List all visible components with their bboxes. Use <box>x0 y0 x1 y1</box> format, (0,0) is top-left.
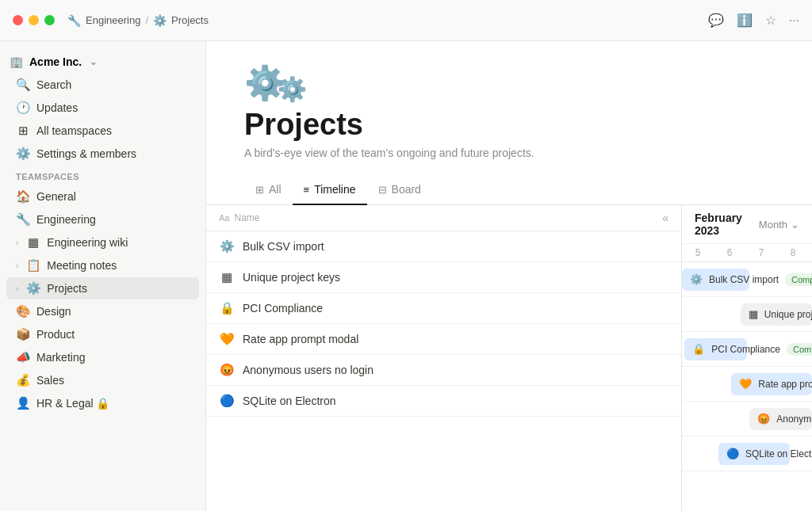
tab-all[interactable]: ⊞ All <box>244 175 293 205</box>
tab-board-icon: ⊟ <box>378 184 387 196</box>
sidebar-marketing-label: Marketing <box>36 351 85 364</box>
clock-icon: 🕐 <box>16 101 30 115</box>
chevron-down-icon: ⌄ <box>791 219 799 231</box>
gantt-bar-rate-app: 🧡 Rate app prompt modal Compl <box>731 373 812 395</box>
unique-keys-icon: ▦ <box>219 270 235 284</box>
gantt-bar-unique-keys: ▦ Unique project keys In flight B <box>741 303 812 326</box>
sidebar-general-label: General <box>36 190 76 203</box>
task-row-rate-app[interactable]: 🧡 Rate app prompt modal <box>206 324 681 355</box>
gantt-row-rate-app[interactable]: 🧡 Rate app prompt modal Compl <box>682 367 812 402</box>
rate-app-icon: 🧡 <box>219 332 235 346</box>
titlebar: 🔧 Engineering / ⚙️ Projects 💬 ℹ️ ☆ ··· <box>0 0 812 41</box>
chevron-right-meeting-icon: › <box>16 261 18 270</box>
sidebar-item-product[interactable]: 📦 Product <box>6 323 199 345</box>
sidebar-item-projects[interactable]: › ⚙️ Projects <box>6 277 199 299</box>
sidebar-item-teamspaces[interactable]: ⊞ All teamspaces <box>6 120 199 142</box>
gantt-day-9: 9 <box>809 247 812 258</box>
search-icon: 🔍 <box>16 78 30 92</box>
task-row-unique-keys[interactable]: ▦ Unique project keys <box>206 262 681 293</box>
sidebar-item-meetingnotes[interactable]: › 📋 Meeting notes <box>6 254 199 276</box>
pci-bar-label: PCI Compliance <box>711 344 780 355</box>
workspace-item[interactable]: 🏢 Acme Inc. ⌄ <box>0 51 205 73</box>
unique-keys-label: Unique project keys <box>243 271 668 284</box>
sidebar-item-hrlegal[interactable]: 👤 HR & Legal 🔒 <box>6 392 199 414</box>
task-list: Aa Name « ⚙️ Bulk CSV import ▦ Unique pr… <box>206 205 682 511</box>
sqlite-icon: 🔵 <box>219 394 235 408</box>
sidebar-search-label: Search <box>36 78 71 91</box>
bulk-csv-bar-icon: ⚙️ <box>690 273 703 285</box>
task-row-pci[interactable]: 🔒 PCI Compliance <box>206 293 681 324</box>
marketing-icon: 📣 <box>16 350 30 364</box>
grid-icon: ⊞ <box>16 124 30 138</box>
bulk-csv-label: Bulk CSV import <box>243 240 668 253</box>
gantt-row-pci[interactable]: 🔒 PCI Compliance Complete C <box>682 332 812 367</box>
bulk-csv-bar-label: Bulk CSV import <box>709 274 779 285</box>
tab-all-label: All <box>269 183 282 196</box>
sidebar-item-search[interactable]: 🔍 Search <box>6 74 199 96</box>
minimize-button[interactable] <box>29 15 39 25</box>
gantt-rows: ⚙️ Bulk CSV import Complete A ▦ Unique p… <box>682 262 812 471</box>
collapse-button[interactable]: « <box>662 212 668 224</box>
maximize-button[interactable] <box>44 15 55 25</box>
sidebar-sales-label: Sales <box>36 374 64 387</box>
month-selector[interactable]: Month ⌄ <box>759 219 799 231</box>
product-icon: 📦 <box>16 327 30 341</box>
more-icon[interactable]: ··· <box>789 13 799 28</box>
breadcrumb: 🔧 Engineering / ⚙️ Projects <box>67 14 708 27</box>
sidebar-nav: 🔍 Search 🕐 Updates ⊞ All teamspaces ⚙️ S… <box>0 74 205 165</box>
sidebar-engineering-label: Engineering <box>36 213 96 226</box>
sqlite-bar-icon: 🔵 <box>726 448 739 460</box>
task-row-sqlite[interactable]: 🔵 SQLite on Electron <box>206 386 681 417</box>
other-items: 🎨 Design 📦 Product 📣 Marketing 💰 Sales 👤… <box>0 300 205 414</box>
breadcrumb-engineering[interactable]: Engineering <box>86 14 140 26</box>
tab-timeline[interactable]: ≡ Timeline <box>293 175 367 205</box>
sidebar-item-general[interactable]: 🏠 General <box>6 185 199 208</box>
info-icon[interactable]: ℹ️ <box>737 13 753 28</box>
sidebar-item-engineering[interactable]: 🔧 Engineering <box>6 208 199 231</box>
sidebar-item-marketing[interactable]: 📣 Marketing <box>6 346 199 368</box>
gantt-row-anon-users[interactable]: 😡 Anonymous users <box>682 402 812 437</box>
task-row-bulk-csv[interactable]: ⚙️ Bulk CSV import <box>206 231 681 262</box>
pci-label: PCI Compliance <box>243 302 668 315</box>
month-view-label: Month <box>759 219 787 231</box>
sqlite-bar-label: SQLite on Electron <box>745 448 812 460</box>
anon-users-label: Anonymous users no login <box>243 364 668 376</box>
task-row-anon-users[interactable]: 😡 Anonymous users no login <box>206 355 681 386</box>
sidebar-item-settings[interactable]: ⚙️ Settings & members <box>6 143 199 165</box>
teamspaces-section-label: Teamspaces <box>0 166 205 185</box>
star-icon[interactable]: ☆ <box>765 13 776 28</box>
chevron-right-projects-icon: › <box>16 284 18 293</box>
gantt-day-6: 6 <box>714 247 745 258</box>
pci-bar-icon: 🔒 <box>692 343 705 355</box>
tab-all-icon: ⊞ <box>255 184 264 196</box>
sidebar-item-design[interactable]: 🎨 Design <box>6 300 199 322</box>
comment-icon[interactable]: 💬 <box>708 13 724 28</box>
sidebar-item-sales[interactable]: 💰 Sales <box>6 369 199 391</box>
rate-app-bar-label: Rate app prompt modal <box>758 379 812 390</box>
sidebar-engwiki-label: Engineering wiki <box>47 236 128 249</box>
sidebar-updates-label: Updates <box>36 101 78 114</box>
tab-board[interactable]: ⊟ Board <box>367 175 432 205</box>
notes-icon: 📋 <box>26 258 40 273</box>
sqlite-label: SQLite on Electron <box>243 395 668 407</box>
gantt-bar-pci: 🔒 PCI Compliance Complete C <box>684 338 747 360</box>
gantt-panel: February 2023 Month ⌄ 5 6 7 8 9 10 11 <box>682 205 812 511</box>
anon-users-bar-icon: 😡 <box>757 413 770 425</box>
gantt-row-unique-keys[interactable]: ▦ Unique project keys In flight B <box>682 297 812 332</box>
design-icon: 🎨 <box>16 304 30 318</box>
breadcrumb-separator: / <box>145 14 148 26</box>
breadcrumb-projects[interactable]: Projects <box>171 14 209 26</box>
sidebar-item-engwiki[interactable]: › ▦ Engineering wiki <box>6 231 199 254</box>
tab-timeline-label: Timeline <box>314 183 355 196</box>
wrench-icon: 🔧 <box>16 212 30 227</box>
pci-icon: 🔒 <box>219 301 235 315</box>
sidebar-item-updates[interactable]: 🕐 Updates <box>6 97 199 119</box>
bulk-csv-icon: ⚙️ <box>219 239 235 254</box>
anon-users-bar-label: Anonymous users <box>776 414 812 425</box>
rate-app-bar-icon: 🧡 <box>739 378 752 390</box>
gantt-row-sqlite[interactable]: 🔵 SQLite on Electron <box>682 437 812 471</box>
doc-icon: ▦ <box>26 235 40 250</box>
gantt-row-bulk-csv[interactable]: ⚙️ Bulk CSV import Complete A <box>682 262 812 297</box>
gantt-bar-bulk-csv: ⚙️ Bulk CSV import Complete A <box>682 269 749 291</box>
close-button[interactable] <box>13 15 23 25</box>
